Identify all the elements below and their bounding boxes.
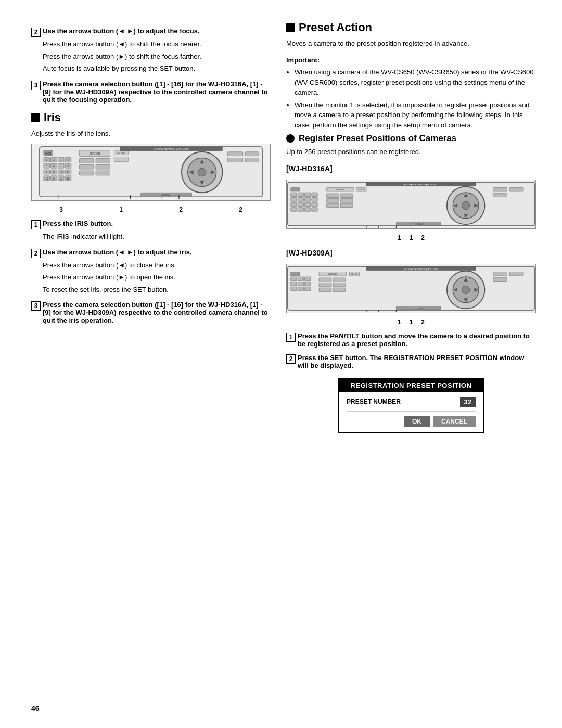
svg-text:16: 16	[67, 177, 70, 180]
svg-text:SEARCH: SEARCH	[336, 189, 344, 191]
svg-rect-127	[319, 283, 331, 287]
model2-num-2: 1	[410, 318, 413, 326]
preset-action-square	[286, 23, 295, 32]
svg-text:11: 11	[59, 171, 62, 174]
iris-device-image: MON 1 2 3 4 5 6 7 8 9	[31, 144, 271, 201]
svg-rect-55	[227, 158, 242, 162]
svg-text:10: 10	[53, 171, 56, 174]
device-label-2a: 2	[179, 206, 183, 213]
focus-line-2: Press the arrows button (►) to shift the…	[43, 52, 271, 62]
svg-text:2: 2	[53, 159, 55, 161]
svg-text:●STOP  ▶PLAY/PAUSE  ◀REV  ●●RE: ●STOP ▶PLAY/PAUSE ◀REV ●●REC	[154, 148, 189, 150]
svg-rect-54	[246, 152, 259, 156]
svg-rect-42	[96, 171, 110, 175]
step3-focus-number: 3	[31, 81, 41, 90]
svg-rect-102	[493, 187, 507, 191]
device-label-2b: 2	[239, 206, 242, 213]
preset-action-title: Preset Action	[286, 21, 536, 34]
focus-line-3: Auto focus is available by pressing the …	[43, 63, 271, 74]
svg-rect-76	[312, 197, 317, 201]
svg-rect-53	[227, 152, 242, 156]
step2-focus-heading: 2 Use the arrows button (◄ ►) to adjust …	[31, 27, 271, 37]
svg-text:12: 12	[67, 171, 70, 174]
svg-text:7: 7	[60, 165, 62, 168]
ok-button[interactable]: OK	[404, 416, 430, 427]
model2-device-image: ●STOP ▶PLAY/PAUSE ◀REV ●●REC SEARCH	[286, 264, 536, 313]
svg-rect-39	[80, 164, 94, 169]
svg-rect-87	[326, 193, 339, 197]
right-column: Preset Action Moves a camera to the pres…	[286, 21, 536, 433]
dialog-buttons: OK CANCEL	[347, 416, 476, 427]
svg-point-48	[198, 168, 206, 176]
svg-rect-72	[312, 193, 317, 197]
svg-rect-122	[304, 287, 310, 291]
focus-line-1: Press the arrows button (◄) to shift the…	[43, 39, 271, 49]
step1-preset-heading: 1 Press the PAN/TILT button and move the…	[286, 332, 536, 348]
svg-rect-70	[298, 193, 303, 197]
svg-rect-129	[319, 288, 331, 292]
svg-rect-114	[291, 277, 297, 281]
page-number: 46	[31, 704, 40, 712]
preset-number-value: 32	[460, 397, 476, 407]
svg-rect-119	[304, 282, 310, 286]
register-desc: Up to 256 preset positions can be regist…	[286, 147, 536, 157]
registration-dialog: REGISTRATION PRESET POSITION PRESET NUMB…	[338, 378, 484, 433]
svg-text:8: 8	[68, 165, 69, 168]
svg-rect-103	[509, 187, 523, 191]
svg-rect-90	[340, 198, 353, 202]
svg-rect-81	[291, 207, 297, 211]
dialog-preset-row: PRESET NUMBER 32	[347, 397, 476, 412]
svg-text:●STOP  ▶PLAY/PAUSE  ◀REV  ●●RE: ●STOP ▶PLAY/PAUSE ◀REV ●●REC	[404, 183, 438, 185]
dialog-header: REGISTRATION PRESET POSITION	[339, 379, 483, 392]
iris-indicator-text: The IRIS indicator will light.	[43, 232, 271, 242]
svg-rect-116	[304, 277, 310, 281]
svg-text:3: 3	[60, 159, 62, 161]
svg-rect-142	[493, 277, 507, 281]
dialog-body: PRESET NUMBER 32 OK CANCEL	[339, 392, 483, 432]
svg-text:SETUP: SETUP	[351, 273, 358, 275]
iris-line-3: To reset the set iris, press the SET but…	[43, 285, 271, 295]
step3-iris-heading: 3 Press the camera selection button ([1]…	[31, 301, 271, 324]
svg-text:13: 13	[45, 177, 48, 180]
step1-iris-number: 1	[31, 220, 41, 229]
svg-rect-78	[298, 202, 303, 207]
svg-text:9: 9	[46, 171, 47, 174]
svg-point-135	[462, 286, 470, 293]
svg-rect-79	[304, 202, 310, 207]
svg-rect-84	[312, 207, 317, 211]
svg-rect-75	[304, 197, 310, 201]
svg-text:SEARCH: SEARCH	[90, 152, 100, 155]
model1-num-2: 1	[410, 234, 413, 241]
iris-section-title: Iris	[31, 111, 271, 124]
important-bullet-1: When using a camera of the WV-CS650 (WV-…	[295, 67, 536, 98]
step2-focus-number: 2	[31, 28, 41, 37]
svg-rect-37	[80, 158, 94, 163]
svg-rect-128	[333, 283, 346, 287]
iris-desc: Adjusts the iris of the lens.	[31, 129, 271, 139]
svg-rect-71	[304, 193, 310, 197]
important-bullets: When using a camera of the WV-CS650 (WV-…	[295, 67, 536, 130]
svg-rect-141	[509, 272, 523, 276]
svg-text:1: 1	[46, 159, 47, 161]
step2-preset-number: 2	[286, 354, 296, 364]
svg-text:E-ZOOM: E-ZOOM	[415, 223, 423, 225]
cancel-button[interactable]: CANCEL	[433, 416, 476, 427]
svg-rect-82	[298, 207, 303, 211]
svg-rect-125	[319, 277, 331, 282]
model1-label: [WJ-HD316A]	[286, 163, 536, 174]
svg-rect-113	[291, 272, 300, 276]
model1-device-image: ●STOP ▶PLAY/PAUSE ◀REV ●●REC	[286, 180, 536, 229]
svg-text:E-ZOOM: E-ZOOM	[415, 308, 423, 310]
svg-rect-40	[96, 164, 110, 169]
iris-line-1: Press the arrows button (◄) to close the…	[43, 260, 271, 271]
preset-action-desc: Moves a camera to the preset position re…	[286, 39, 536, 49]
step3-iris-number: 3	[31, 301, 41, 311]
svg-rect-121	[298, 287, 303, 291]
svg-rect-74	[298, 197, 303, 201]
svg-rect-45	[114, 157, 128, 162]
svg-rect-73	[291, 197, 297, 201]
model2-nums: 1 1 2	[286, 318, 536, 326]
svg-rect-126	[333, 277, 346, 282]
svg-text:●STOP  ▶PLAY/PAUSE  ◀REV  ●●RE: ●STOP ▶PLAY/PAUSE ◀REV ●●REC	[404, 267, 438, 270]
step1-preset-number: 1	[286, 333, 296, 342]
